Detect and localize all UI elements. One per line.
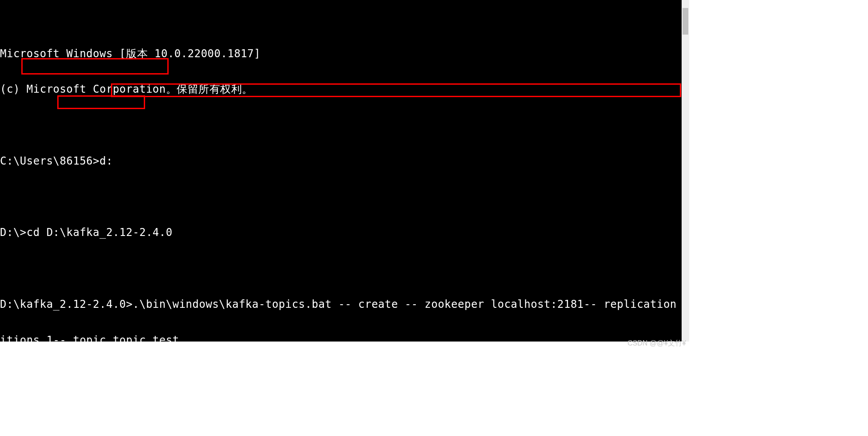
terminal-line	[0, 191, 682, 203]
terminal-line	[0, 263, 682, 275]
terminal-window[interactable]: Microsoft Windows [版本 10.0.22000.1817] (…	[0, 0, 682, 342]
terminal-line: Microsoft Windows [版本 10.0.22000.1817]	[0, 48, 682, 60]
watermark: CSDN @@¥文竹¥	[627, 339, 686, 347]
terminal-line: itions 1-- topic topic_test	[0, 334, 682, 342]
scrollbar-track[interactable]	[682, 0, 689, 342]
terminal-line: (c) Microsoft Corporation。保留所有权利。	[0, 83, 682, 95]
terminal-content: Microsoft Windows [版本 10.0.22000.1817] (…	[0, 24, 682, 342]
terminal-line: D:\>cd D:\kafka_2.12-2.4.0	[0, 227, 682, 239]
terminal-line: C:\Users\86156>d:	[0, 155, 682, 167]
terminal-line: D:\kafka_2.12-2.4.0>.\bin\windows\kafka-…	[0, 299, 682, 310]
scrollbar-thumb[interactable]	[683, 8, 688, 35]
terminal-line	[0, 119, 682, 131]
